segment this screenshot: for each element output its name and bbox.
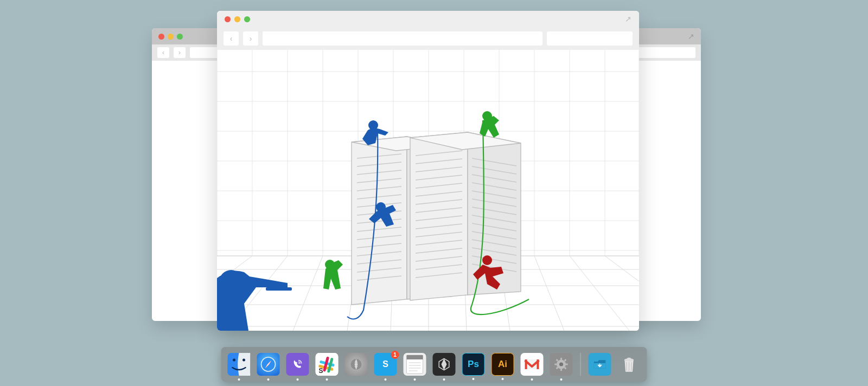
svg-rect-128 [554, 364, 557, 365]
dock-app-viber[interactable] [286, 353, 309, 376]
search-field[interactable] [547, 31, 633, 46]
svg-line-136 [627, 362, 627, 371]
nav-back-button[interactable]: ‹ [224, 31, 239, 46]
skype-icon: S [378, 357, 393, 372]
minimize-icon[interactable] [234, 16, 240, 22]
svg-point-95 [219, 270, 243, 294]
dock-app-unity[interactable] [433, 353, 456, 376]
zoom-icon[interactable] [177, 34, 183, 40]
traffic-lights [158, 34, 183, 40]
dock-app-slack[interactable]: S [316, 353, 339, 376]
slack-icon: S [316, 353, 339, 376]
dock: S S 1 Ps [221, 347, 647, 382]
svg-point-94 [482, 255, 492, 265]
dock-app-illustrator[interactable]: Ai [492, 353, 514, 376]
svg-rect-122 [525, 359, 527, 369]
svg-point-125 [559, 362, 563, 366]
unity-icon [436, 356, 452, 372]
toolbar: ‹ › [217, 27, 639, 50]
skype-badge: 1 [391, 351, 399, 359]
svg-rect-127 [560, 369, 562, 371]
dock-trash[interactable] [618, 353, 641, 376]
figure-green-ground [323, 260, 343, 290]
svg-point-98 [233, 359, 235, 362]
svg-rect-114 [407, 355, 423, 359]
nav-forward-button[interactable]: › [174, 47, 186, 58]
launchpad-icon [348, 356, 365, 372]
dock-app-settings[interactable] [550, 353, 573, 376]
svg-text:S: S [319, 367, 323, 375]
nav-forward-button[interactable]: › [243, 31, 258, 46]
dock-app-gmail[interactable] [521, 353, 544, 376]
dock-app-safari[interactable] [257, 353, 280, 376]
expand-icon[interactable]: ↗ [625, 15, 631, 23]
svg-point-111 [355, 363, 358, 366]
illustrator-label: Ai [498, 359, 507, 370]
svg-rect-135 [627, 358, 630, 359]
svg-rect-129 [565, 364, 567, 365]
dock-app-finder[interactable] [228, 353, 251, 376]
dock-app-textedit[interactable] [404, 353, 426, 376]
gmail-icon [523, 355, 541, 374]
svg-line-24 [293, 256, 323, 331]
textedit-icon [404, 353, 426, 376]
dock-app-skype[interactable]: S 1 [374, 353, 397, 376]
photoshop-label: Ps [468, 359, 479, 370]
title-bar: ↗ [217, 11, 639, 27]
svg-rect-123 [537, 359, 539, 369]
figure-blue-sniper [217, 270, 292, 331]
dock-downloads[interactable] [589, 353, 611, 376]
figure-green-top [480, 111, 499, 138]
svg-marker-38 [352, 137, 407, 305]
address-bar[interactable] [263, 31, 542, 46]
svg-rect-96 [266, 287, 292, 291]
close-icon[interactable] [225, 16, 231, 22]
svg-point-99 [242, 359, 245, 362]
svg-line-30 [534, 256, 564, 331]
svg-marker-120 [442, 358, 447, 370]
nav-back-button[interactable]: ‹ [157, 47, 169, 58]
dock-app-launchpad[interactable] [345, 353, 368, 376]
svg-line-138 [631, 362, 632, 371]
svg-line-32 [605, 256, 639, 331]
safari-icon [259, 355, 278, 374]
trash-icon [620, 353, 639, 375]
minimize-icon[interactable] [168, 34, 174, 40]
gear-icon [553, 356, 570, 372]
downloads-icon [592, 356, 608, 372]
svg-rect-126 [560, 358, 562, 360]
expand-icon[interactable]: ↗ [688, 32, 694, 41]
browser-window-front: ↗ ‹ › [217, 11, 639, 331]
close-icon[interactable] [158, 34, 164, 40]
finder-icon [228, 353, 251, 376]
illustration [217, 50, 639, 331]
dock-separator [580, 353, 581, 376]
page-content [217, 50, 639, 331]
svg-text:S: S [382, 359, 388, 369]
viber-icon [291, 357, 305, 371]
zoom-icon[interactable] [244, 16, 250, 22]
dock-app-photoshop[interactable]: Ps [462, 353, 485, 376]
